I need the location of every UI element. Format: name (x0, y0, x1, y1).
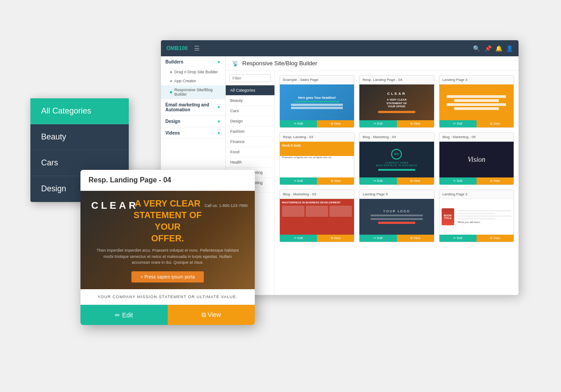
template-actions: ✏ Edit ⧉ View (439, 120, 514, 127)
template-card-resp03[interactable]: Resp. Landing - 03 Work It Gold Praesent… (279, 132, 354, 185)
template-view-button[interactable]: ⧉ View (317, 120, 354, 127)
hamburger-icon[interactable]: ☰ (194, 45, 200, 52)
learn-text: What you will learn (458, 221, 511, 223)
template-label: Blog - Marketing - 05 (439, 133, 514, 142)
headline-line1: A VERY CLEAR (135, 198, 200, 208)
cat-fashion[interactable]: Fashion (226, 126, 274, 137)
template-thumb-blog03: MASTERPIECE IN BUSINESS DEVELOPMENT (280, 199, 354, 235)
cat-cars[interactable]: Cars (226, 106, 274, 116)
template-thumb-sales: Here goes Your Headline! (280, 84, 354, 120)
sidebar-design-header[interactable]: Design ▼ (161, 116, 225, 127)
template-view-button[interactable]: ⧉ View (397, 235, 434, 242)
clear-logo: CLEAR (91, 200, 139, 211)
sidebar-item-responsive[interactable]: Responsive Site/Blog Builder (161, 85, 225, 99)
sidebar-videos-label: Videos (165, 131, 180, 135)
sidebar-builders-header[interactable]: Builders ▼ (161, 56, 225, 67)
thumb-circle: BG (391, 149, 402, 160)
sidebar-item-drag-drop[interactable]: Drag n Drop Site Builder (161, 67, 225, 76)
sidebar-section-email: Email marketing and Automation ▼ (161, 99, 225, 116)
template-card-sales[interactable]: Example - Sales Page Here goes Your Head… (279, 75, 354, 128)
template-view-button[interactable]: ⧉ View (397, 177, 434, 185)
template-actions: ✏ Edit ⧉ View (359, 177, 434, 185)
thumb-text: Praesent ut ligula non mi, at ligula non… (282, 156, 352, 159)
pin-icon[interactable]: 📌 (485, 45, 492, 52)
template-edit-button[interactable]: ✏ Edit (359, 235, 396, 242)
thumb-book: BOOK TITLE (442, 208, 454, 225)
sidebar-videos-header[interactable]: Videos ▼ (161, 127, 225, 139)
template-card-landing04[interactable]: Resp. Landing Page - 04 CLEAR A VERY CLE… (359, 75, 434, 128)
cat-health[interactable]: Health (226, 157, 274, 168)
thumb-line (458, 210, 511, 211)
sidebar-app-creator-label: App Creator (174, 79, 196, 83)
template-actions: ✏ Edit ⧉ View (280, 120, 354, 127)
cat-beauty[interactable]: Beauty (30, 124, 129, 150)
dot-icon (170, 80, 172, 82)
template-thumb-landing5: YOUR LOGO (359, 199, 434, 235)
cat-all-categories[interactable]: All Categories (30, 98, 129, 124)
sidebar-email-header[interactable]: Email marketing and Automation ▼ (161, 99, 225, 115)
template-view-button[interactable]: ⧉ View (477, 235, 514, 242)
thumb-line (458, 215, 511, 217)
template-card-landing3[interactable]: Landing Page 3 ✏ Edit ⧉ View (439, 75, 514, 128)
landing-cta-button[interactable]: + Press sapien ipsum porta (131, 271, 203, 282)
thumb-bar (295, 101, 339, 102)
cat-beauty[interactable]: Beauty (226, 96, 274, 106)
template-edit-button[interactable]: ✏ Edit (280, 235, 317, 242)
thumb-block (329, 206, 352, 217)
template-edit-button[interactable]: ✏ Edit (439, 235, 477, 242)
thumb-text: A VERY CLEARSTATEMENT OFYOUR OFFER. (387, 98, 407, 109)
sidebar-builders-label: Builders (165, 59, 183, 64)
template-card-blog04[interactable]: Blog - Marketing - 04 BG COMPANY NAMEMAS… (359, 132, 434, 185)
template-actions: ✏ Edit ⧉ View (359, 120, 434, 127)
thumb-cta (378, 111, 415, 113)
template-card-landing2[interactable]: Landing Page 2 BOOK TITLE What you will … (439, 190, 514, 242)
template-view-button[interactable]: ⧉ View (317, 235, 354, 242)
sidebar-design-label: Design (165, 119, 180, 124)
template-view-button[interactable]: ⧉ View (477, 177, 514, 185)
template-card-blog03[interactable]: Blog - Marketing - 03 MASTERPIECE IN BUS… (279, 190, 354, 242)
cat-design[interactable]: Design (226, 116, 274, 126)
thumb-text: COMPANY NAMEMASTERPIECE IN BUSINESS (376, 161, 418, 167)
template-edit-button[interactable]: ✏ Edit (439, 120, 477, 127)
headline-line2: STATEMENT OF (134, 210, 202, 220)
template-card-landing5[interactable]: Landing Page 5 YOUR LOGO ✏ Edit ⧉ View (359, 190, 434, 242)
cat-food[interactable]: Food (226, 147, 274, 157)
sidebar-responsive-label: Responsive Site/Blog Builder (174, 88, 221, 97)
thumb-logo: MASTERPIECE IN BUSINESS DEVELOPMENT (282, 201, 352, 204)
landing-view-button[interactable]: ⧉ View (168, 305, 255, 325)
template-label: Resp. Landing - 03 (280, 133, 354, 142)
template-thumb-landing04: CLEAR A VERY CLEARSTATEMENT OFYOUR OFFER… (359, 84, 434, 120)
template-label: Landing Page 5 (359, 190, 434, 199)
sidebar-drag-drop-label: Drag n Drop Site Builder (174, 70, 218, 74)
thumb-bar (454, 99, 499, 102)
cat-all[interactable]: All Categories (226, 85, 274, 96)
chevron-icon: ▼ (217, 60, 221, 64)
template-thumb-landing3 (439, 84, 514, 120)
template-actions: ✏ Edit ⧉ View (439, 177, 514, 185)
template-edit-button[interactable]: ✏ Edit (359, 120, 396, 127)
user-icon[interactable]: 👤 (506, 45, 513, 52)
template-label: Blog - Marketing - 03 (280, 190, 354, 199)
template-thumb-landing2: BOOK TITLE What you will learn (439, 199, 514, 235)
thumb-bar (447, 103, 506, 106)
cat-finance[interactable]: Finance (226, 137, 274, 147)
template-edit-button[interactable]: ✏ Edit (280, 120, 317, 127)
thumb-logo: CLEAR (387, 92, 406, 96)
filter-input[interactable] (229, 74, 271, 82)
thumb-images (282, 206, 352, 217)
template-view-button[interactable]: ⧉ View (317, 177, 354, 185)
content-header: 📡 Responsive Site/Blog Builder (226, 56, 519, 71)
template-card-blog05[interactable]: Blog - Marketing - 05 Vision ✏ Edit ⧉ Vi… (439, 132, 514, 185)
template-label: Resp. Landing Page - 04 (359, 76, 434, 84)
search-icon[interactable]: 🔍 (473, 45, 480, 52)
bell-icon[interactable]: 🔔 (495, 45, 502, 52)
thumb-line (458, 218, 495, 219)
template-edit-button[interactable]: ✏ Edit (439, 177, 477, 185)
landing-edit-button[interactable]: ✏ Edit (80, 305, 168, 325)
template-edit-button[interactable]: ✏ Edit (280, 177, 317, 185)
template-edit-button[interactable]: ✏ Edit (359, 177, 396, 185)
template-view-button[interactable]: ⧉ View (477, 120, 514, 127)
template-view-button[interactable]: ⧉ View (397, 120, 434, 127)
templates-grid: Example - Sales Page Here goes Your Head… (275, 71, 519, 295)
sidebar-item-app-creator[interactable]: App Creator (161, 76, 225, 85)
